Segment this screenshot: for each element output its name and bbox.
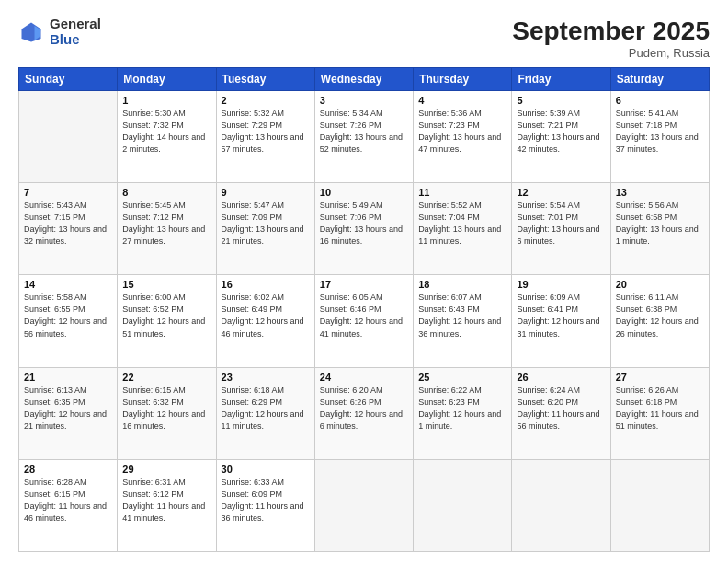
col-header-sunday: Sunday xyxy=(19,68,118,91)
day-number: 26 xyxy=(517,372,605,383)
day-number: 25 xyxy=(418,372,506,383)
day-number: 2 xyxy=(222,95,310,106)
day-number: 28 xyxy=(24,464,112,475)
logo-icon xyxy=(18,19,44,45)
week-row-3: 21Sunrise: 6:13 AMSunset: 6:35 PMDayligh… xyxy=(19,367,710,459)
day-number: 12 xyxy=(517,187,605,198)
day-info: Sunrise: 6:11 AMSunset: 6:38 PMDaylight:… xyxy=(616,292,704,339)
calendar-cell: 12Sunrise: 5:54 AMSunset: 7:01 PMDayligh… xyxy=(512,183,610,275)
calendar-cell xyxy=(512,459,610,551)
day-info: Sunrise: 5:49 AMSunset: 7:06 PMDaylight:… xyxy=(320,200,408,247)
day-number: 5 xyxy=(517,95,605,106)
calendar-cell xyxy=(314,459,413,551)
day-info: Sunrise: 6:31 AMSunset: 6:12 PMDaylight:… xyxy=(122,477,210,524)
day-info: Sunrise: 6:18 AMSunset: 6:29 PMDaylight:… xyxy=(222,385,310,432)
calendar-cell: 14Sunrise: 5:58 AMSunset: 6:55 PMDayligh… xyxy=(19,275,118,367)
calendar-cell: 15Sunrise: 6:00 AMSunset: 6:52 PMDayligh… xyxy=(118,275,216,367)
calendar-cell: 28Sunrise: 6:28 AMSunset: 6:15 PMDayligh… xyxy=(19,459,118,551)
calendar-cell xyxy=(19,91,118,183)
calendar-cell: 30Sunrise: 6:33 AMSunset: 6:09 PMDayligh… xyxy=(216,459,314,551)
day-number: 3 xyxy=(320,95,408,106)
day-number: 20 xyxy=(616,279,704,290)
day-info: Sunrise: 5:58 AMSunset: 6:55 PMDaylight:… xyxy=(24,292,112,339)
day-info: Sunrise: 6:28 AMSunset: 6:15 PMDaylight:… xyxy=(24,477,112,524)
calendar-cell: 7Sunrise: 5:43 AMSunset: 7:15 PMDaylight… xyxy=(19,183,118,275)
day-info: Sunrise: 5:41 AMSunset: 7:18 PMDaylight:… xyxy=(616,108,704,155)
day-number: 11 xyxy=(418,187,506,198)
calendar-cell: 4Sunrise: 5:36 AMSunset: 7:23 PMDaylight… xyxy=(414,91,512,183)
logo: General Blue xyxy=(18,17,101,47)
calendar-cell: 21Sunrise: 6:13 AMSunset: 6:35 PMDayligh… xyxy=(19,367,118,459)
title-block: September 2025 Pudem, Russia xyxy=(512,17,710,60)
day-number: 6 xyxy=(616,95,704,106)
day-info: Sunrise: 5:47 AMSunset: 7:09 PMDaylight:… xyxy=(222,200,310,247)
day-info: Sunrise: 6:15 AMSunset: 6:32 PMDaylight:… xyxy=(122,385,210,432)
day-number: 21 xyxy=(24,372,112,383)
calendar-cell: 25Sunrise: 6:22 AMSunset: 6:23 PMDayligh… xyxy=(414,367,512,459)
calendar-cell xyxy=(610,459,709,551)
day-info: Sunrise: 6:02 AMSunset: 6:49 PMDaylight:… xyxy=(222,292,310,339)
day-number: 22 xyxy=(122,372,210,383)
day-number: 15 xyxy=(122,279,210,290)
day-info: Sunrise: 5:32 AMSunset: 7:29 PMDaylight:… xyxy=(222,108,310,155)
calendar-cell: 1Sunrise: 5:30 AMSunset: 7:32 PMDaylight… xyxy=(118,91,216,183)
day-number: 7 xyxy=(24,187,112,198)
day-number: 1 xyxy=(122,95,210,106)
day-number: 30 xyxy=(222,464,310,475)
week-row-1: 7Sunrise: 5:43 AMSunset: 7:15 PMDaylight… xyxy=(19,183,710,275)
day-info: Sunrise: 5:34 AMSunset: 7:26 PMDaylight:… xyxy=(320,108,408,155)
day-number: 17 xyxy=(320,279,408,290)
day-number: 29 xyxy=(122,464,210,475)
day-info: Sunrise: 6:24 AMSunset: 6:20 PMDaylight:… xyxy=(517,385,605,432)
calendar-cell: 10Sunrise: 5:49 AMSunset: 7:06 PMDayligh… xyxy=(314,183,413,275)
calendar-table: SundayMondayTuesdayWednesdayThursdayFrid… xyxy=(18,67,710,552)
calendar-cell: 11Sunrise: 5:52 AMSunset: 7:04 PMDayligh… xyxy=(414,183,512,275)
calendar-cell: 9Sunrise: 5:47 AMSunset: 7:09 PMDaylight… xyxy=(216,183,314,275)
col-header-friday: Friday xyxy=(512,68,610,91)
day-info: Sunrise: 6:33 AMSunset: 6:09 PMDaylight:… xyxy=(222,477,310,524)
calendar-cell: 17Sunrise: 6:05 AMSunset: 6:46 PMDayligh… xyxy=(314,275,413,367)
day-info: Sunrise: 5:39 AMSunset: 7:21 PMDaylight:… xyxy=(517,108,605,155)
calendar-cell: 29Sunrise: 6:31 AMSunset: 6:12 PMDayligh… xyxy=(118,459,216,551)
day-number: 8 xyxy=(122,187,210,198)
calendar-cell: 19Sunrise: 6:09 AMSunset: 6:41 PMDayligh… xyxy=(512,275,610,367)
location: Pudem, Russia xyxy=(512,46,710,60)
day-info: Sunrise: 6:26 AMSunset: 6:18 PMDaylight:… xyxy=(616,385,704,432)
calendar-cell: 2Sunrise: 5:32 AMSunset: 7:29 PMDaylight… xyxy=(216,91,314,183)
day-number: 14 xyxy=(24,279,112,290)
calendar-cell: 13Sunrise: 5:56 AMSunset: 6:58 PMDayligh… xyxy=(610,183,709,275)
logo-general-text: General xyxy=(50,17,101,32)
calendar-cell: 23Sunrise: 6:18 AMSunset: 6:29 PMDayligh… xyxy=(216,367,314,459)
day-number: 18 xyxy=(418,279,506,290)
day-info: Sunrise: 6:13 AMSunset: 6:35 PMDaylight:… xyxy=(24,385,112,432)
month-title: September 2025 xyxy=(512,17,710,46)
day-info: Sunrise: 6:07 AMSunset: 6:43 PMDaylight:… xyxy=(418,292,506,339)
col-header-tuesday: Tuesday xyxy=(216,68,314,91)
page: General Blue September 2025 Pudem, Russi… xyxy=(0,0,728,563)
calendar-cell: 16Sunrise: 6:02 AMSunset: 6:49 PMDayligh… xyxy=(216,275,314,367)
week-row-2: 14Sunrise: 5:58 AMSunset: 6:55 PMDayligh… xyxy=(19,275,710,367)
week-row-0: 1Sunrise: 5:30 AMSunset: 7:32 PMDaylight… xyxy=(19,91,710,183)
calendar-cell: 8Sunrise: 5:45 AMSunset: 7:12 PMDaylight… xyxy=(118,183,216,275)
day-number: 9 xyxy=(222,187,310,198)
logo-blue-text: Blue xyxy=(50,32,101,48)
calendar-cell: 20Sunrise: 6:11 AMSunset: 6:38 PMDayligh… xyxy=(610,275,709,367)
day-info: Sunrise: 5:43 AMSunset: 7:15 PMDaylight:… xyxy=(24,200,112,247)
calendar-cell: 5Sunrise: 5:39 AMSunset: 7:21 PMDaylight… xyxy=(512,91,610,183)
day-info: Sunrise: 5:52 AMSunset: 7:04 PMDaylight:… xyxy=(418,200,506,247)
day-number: 4 xyxy=(418,95,506,106)
day-info: Sunrise: 5:36 AMSunset: 7:23 PMDaylight:… xyxy=(418,108,506,155)
week-row-4: 28Sunrise: 6:28 AMSunset: 6:15 PMDayligh… xyxy=(19,459,710,551)
day-number: 23 xyxy=(222,372,310,383)
calendar-cell: 6Sunrise: 5:41 AMSunset: 7:18 PMDaylight… xyxy=(610,91,709,183)
calendar-cell: 18Sunrise: 6:07 AMSunset: 6:43 PMDayligh… xyxy=(414,275,512,367)
day-info: Sunrise: 5:56 AMSunset: 6:58 PMDaylight:… xyxy=(616,200,704,247)
day-info: Sunrise: 5:54 AMSunset: 7:01 PMDaylight:… xyxy=(517,200,605,247)
day-number: 24 xyxy=(320,372,408,383)
header: General Blue September 2025 Pudem, Russi… xyxy=(18,17,710,60)
day-info: Sunrise: 6:00 AMSunset: 6:52 PMDaylight:… xyxy=(122,292,210,339)
day-info: Sunrise: 5:30 AMSunset: 7:32 PMDaylight:… xyxy=(122,108,210,155)
calendar-cell: 22Sunrise: 6:15 AMSunset: 6:32 PMDayligh… xyxy=(118,367,216,459)
day-number: 27 xyxy=(616,372,704,383)
day-info: Sunrise: 6:20 AMSunset: 6:26 PMDaylight:… xyxy=(320,385,408,432)
